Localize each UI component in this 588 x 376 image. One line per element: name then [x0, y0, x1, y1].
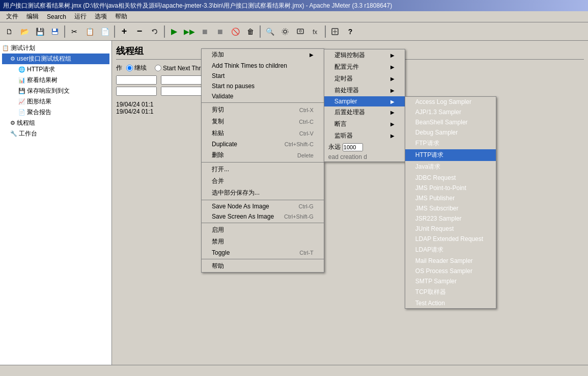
- shutdown-button[interactable]: ⏹: [213, 24, 227, 39]
- graph-icon: 📈: [18, 98, 25, 105]
- ctx-save-screen-image[interactable]: Save Screen As Image Ctrl+Shift-G: [202, 211, 324, 222]
- ctx-validate[interactable]: Validate: [202, 91, 324, 101]
- ctx-open[interactable]: 打开...: [202, 164, 324, 175]
- input-field-2[interactable]: [161, 75, 202, 85]
- sub-logic-controller[interactable]: 逻辑控制器 ▶: [324, 49, 405, 61]
- menu-edit[interactable]: 编辑: [22, 11, 43, 22]
- svg-text:fx: fx: [313, 29, 317, 36]
- sampler-jms-sub[interactable]: JMS Subscriber: [405, 203, 496, 213]
- sub-config-element[interactable]: 配置元件 ▶: [324, 61, 405, 73]
- tree-item-threadgroup[interactable]: ⚙ user接口测试线程组: [2, 53, 109, 64]
- forever-input[interactable]: [343, 143, 363, 151]
- sampler-ftp[interactable]: FTP请求: [405, 138, 496, 149]
- save-all-button[interactable]: [48, 24, 62, 39]
- ctx-toggle[interactable]: Toggle Ctrl-T: [202, 248, 324, 258]
- ctx-sep-1: [202, 102, 324, 103]
- tree-item-testplan[interactable]: 📋 测试计划: [2, 43, 109, 53]
- menu-search[interactable]: Search: [43, 12, 70, 21]
- ctx-delete[interactable]: 删除 Delete: [202, 149, 324, 161]
- sampler-test-action[interactable]: Test Action: [405, 298, 496, 308]
- ctx-add[interactable]: 添加 ▶ 逻辑控制器 ▶ 配置元件 ▶ 定时器 ▶: [202, 49, 324, 61]
- ctx-start-no-pauses[interactable]: Start no pauses: [202, 81, 324, 91]
- sampler-ldap[interactable]: LDAP请求: [405, 244, 496, 256]
- sub-timer[interactable]: 定时器 ▶: [324, 73, 405, 85]
- paste-button[interactable]: 📄: [98, 24, 112, 39]
- ctx-cut[interactable]: 剪切 Ctrl-X: [202, 104, 324, 116]
- tree-item-workbench[interactable]: 🔧 工作台: [2, 128, 109, 139]
- ctx-save-node-image[interactable]: Save Node As Image Ctrl-G: [202, 201, 324, 211]
- sampler-access-log[interactable]: Access Log Sampler: [405, 97, 496, 107]
- clear-button[interactable]: 🚫: [228, 24, 242, 39]
- ctx-add-think-times[interactable]: Add Think Times to children: [202, 61, 324, 71]
- new-button[interactable]: 🗋: [2, 24, 16, 39]
- menu-options[interactable]: 选项: [91, 11, 111, 22]
- clear-all-button[interactable]: 🗑: [243, 24, 258, 39]
- add-button[interactable]: +: [117, 24, 131, 39]
- ctx-help[interactable]: 帮助: [202, 260, 324, 272]
- sampler-smtp[interactable]: SMTP Sampler: [405, 276, 496, 286]
- ctx-duplicate[interactable]: Duplicate Ctrl+Shift-C: [202, 139, 324, 149]
- ctx-paste[interactable]: 粘贴 Ctrl-V: [202, 127, 324, 139]
- settings-button[interactable]: [278, 24, 292, 39]
- run-nopause-button[interactable]: ▶▶: [182, 24, 197, 39]
- threadgroup2-icon: ⚙: [10, 120, 15, 126]
- help-button[interactable]: ?: [343, 24, 357, 39]
- tree-item-results[interactable]: 📊 察看结果树: [2, 75, 109, 86]
- sampler-http[interactable]: HTTP请求: [405, 149, 496, 161]
- sub-post-processor[interactable]: 后置处理器 ▶: [324, 106, 405, 118]
- function-button[interactable]: fx: [309, 24, 323, 39]
- http-icon: 🌐: [18, 66, 25, 73]
- sub-assertion[interactable]: 断言 ▶: [324, 118, 405, 130]
- content-panel: 线程组 作 继续 Start Next Thread Loop 停止线: [112, 41, 588, 365]
- sub-listener[interactable]: 监听器 ▶: [324, 130, 405, 142]
- ctx-sep-2: [202, 162, 324, 163]
- sampler-ajp[interactable]: AJP/1.3 Sampler: [405, 107, 496, 117]
- browse-button[interactable]: [293, 24, 307, 39]
- sampler-os-process[interactable]: OS Process Sampler: [405, 266, 496, 276]
- ctx-save-selection[interactable]: 选中部分保存为...: [202, 187, 324, 199]
- submenu-add: 逻辑控制器 ▶ 配置元件 ▶ 定时器 ▶ 前处理器 ▶: [324, 49, 405, 162]
- sampler-junit[interactable]: JUnit Request: [405, 224, 496, 234]
- expand-button[interactable]: [328, 24, 342, 39]
- menu-help[interactable]: 帮助: [111, 11, 131, 22]
- undo-button[interactable]: [148, 24, 162, 39]
- run-button[interactable]: ▶: [167, 24, 181, 39]
- tree-item-threadgroup2[interactable]: ⚙ 线程组: [2, 118, 109, 128]
- sampler-debug[interactable]: Debug Sampler: [405, 127, 496, 138]
- tree-item-graph[interactable]: 📈 图形结果: [2, 96, 109, 107]
- sampler-beanshell[interactable]: BeanShell Sampler: [405, 117, 496, 127]
- ctx-start[interactable]: Start: [202, 71, 324, 81]
- title-text: 用户接口测试察看结果树.jmx (D:\软件\java相关软件及源码\apach…: [3, 2, 392, 10]
- sampler-tcp[interactable]: TCP取样器: [405, 286, 496, 298]
- ctx-merge[interactable]: 合并: [202, 175, 324, 187]
- open-button[interactable]: 📂: [17, 24, 32, 39]
- stop-button[interactable]: ⏹: [198, 24, 212, 39]
- input-field-4[interactable]: [161, 87, 202, 96]
- remove-button[interactable]: −: [132, 24, 147, 39]
- copy-button[interactable]: 📋: [82, 24, 97, 39]
- search-button[interactable]: 🔍: [263, 24, 277, 39]
- sampler-ldap-ext[interactable]: LDAP Extended Request: [405, 234, 496, 244]
- sub-sampler[interactable]: Sampler ▶ Access Log Sampler AJP/1.3 Sam…: [324, 96, 405, 106]
- input-field-1[interactable]: [116, 75, 157, 85]
- sampler-java[interactable]: Java请求: [405, 161, 496, 173]
- ctx-disable[interactable]: 禁用: [202, 236, 324, 248]
- tree-item-save[interactable]: 💾 保存响应到到文: [2, 86, 109, 96]
- cut-button[interactable]: ✂: [67, 24, 81, 39]
- sub-pre-processor[interactable]: 前处理器 ▶: [324, 85, 405, 96]
- sampler-jsr223[interactable]: JSR223 Sampler: [405, 213, 496, 224]
- sampler-jms-ptp[interactable]: JMS Point-to-Point: [405, 183, 496, 193]
- tree-item-http[interactable]: 🌐 HTTP请求: [2, 64, 109, 75]
- menu-file[interactable]: 文件: [2, 11, 22, 22]
- sampler-jdbc[interactable]: JDBC Request: [405, 173, 496, 183]
- ctx-copy[interactable]: 复制 Ctrl-C: [202, 116, 324, 127]
- input-field-3[interactable]: [116, 87, 157, 96]
- tree-item-aggregate[interactable]: 📄 聚合报告: [2, 107, 109, 118]
- save-button[interactable]: 💾: [33, 24, 47, 39]
- arrow-icon: ▶: [310, 52, 314, 58]
- menu-run[interactable]: 运行: [70, 11, 91, 22]
- sampler-jms-pub[interactable]: JMS Publisher: [405, 193, 496, 203]
- ctx-enable[interactable]: 启用: [202, 224, 324, 236]
- sampler-mail-reader[interactable]: Mail Reader Sampler: [405, 256, 496, 266]
- radio-continue[interactable]: 继续: [126, 64, 147, 72]
